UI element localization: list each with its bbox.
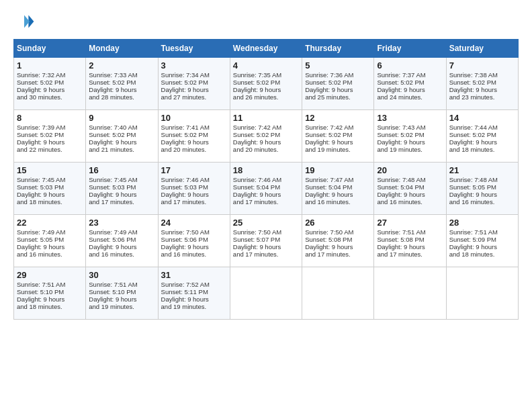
day-info-line: and 19 minutes. [89, 303, 154, 310]
day-info-line: Sunset: 5:05 PM [449, 183, 515, 191]
header-cell-thursday: Thursday [302, 40, 374, 58]
day-info-line: and 17 minutes. [377, 250, 443, 258]
day-info-line: Sunset: 5:04 PM [305, 183, 371, 191]
day-info-line: Daylight: 9 hours [305, 138, 371, 146]
day-number: 2 [89, 60, 154, 71]
day-cell: 31Sunrise: 7:52 AMSunset: 5:11 PMDayligh… [158, 267, 230, 320]
day-info-line: Sunset: 5:02 PM [305, 131, 371, 138]
day-info-line: Daylight: 9 hours [233, 191, 299, 198]
day-info-line: Daylight: 9 hours [377, 86, 443, 93]
day-info-line: Sunrise: 7:39 AM [17, 124, 83, 131]
day-info-line: Daylight: 9 hours [89, 138, 154, 146]
day-number: 14 [449, 113, 515, 123]
day-info-line: Daylight: 9 hours [17, 138, 83, 146]
day-cell: 15Sunrise: 7:45 AMSunset: 5:03 PMDayligh… [14, 163, 86, 215]
day-info-line: and 16 minutes. [377, 198, 443, 205]
day-cell: 11Sunrise: 7:42 AMSunset: 5:02 PMDayligh… [230, 110, 302, 163]
day-info-line: Sunset: 5:10 PM [89, 288, 154, 295]
day-info-line: Daylight: 9 hours [377, 243, 443, 250]
day-info-line: Daylight: 9 hours [161, 138, 227, 146]
day-number: 13 [377, 113, 443, 123]
day-info-line: Sunrise: 7:48 AM [377, 176, 443, 183]
day-info-line: and 17 minutes. [161, 198, 227, 205]
day-info-line: and 26 minutes. [233, 93, 299, 101]
day-info-line: Daylight: 9 hours [449, 138, 515, 146]
day-number: 20 [377, 165, 443, 175]
day-number: 30 [89, 270, 154, 280]
day-cell: 14Sunrise: 7:44 AMSunset: 5:02 PMDayligh… [446, 110, 518, 163]
day-info-line: Sunrise: 7:51 AM [377, 228, 443, 236]
week-row-5: 29Sunrise: 7:51 AMSunset: 5:10 PMDayligh… [14, 267, 519, 320]
day-info-line: Sunset: 5:02 PM [305, 79, 371, 86]
day-number: 17 [161, 165, 227, 175]
day-info-line: and 30 minutes. [17, 93, 83, 101]
day-number: 11 [233, 113, 299, 123]
day-info-line: Sunrise: 7:43 AM [377, 124, 443, 131]
day-info-line: Sunrise: 7:46 AM [161, 176, 227, 183]
day-info-line: and 17 minutes. [233, 250, 299, 258]
day-info-line: Daylight: 9 hours [161, 86, 227, 93]
day-info-line: Sunrise: 7:32 AM [17, 71, 83, 79]
day-info-line: Sunset: 5:06 PM [89, 236, 154, 243]
day-info-line: Daylight: 9 hours [17, 243, 83, 250]
day-number: 10 [161, 113, 227, 123]
day-cell: 25Sunrise: 7:50 AMSunset: 5:07 PMDayligh… [230, 215, 302, 267]
day-info-line: Sunset: 5:02 PM [161, 131, 227, 138]
day-cell: 13Sunrise: 7:43 AMSunset: 5:02 PMDayligh… [374, 110, 446, 163]
day-info-line: and 28 minutes. [89, 93, 154, 101]
day-info-line: Sunrise: 7:41 AM [161, 124, 227, 131]
header-cell-wednesday: Wednesday [230, 40, 302, 58]
day-cell: 5Sunrise: 7:36 AMSunset: 5:02 PMDaylight… [302, 58, 374, 110]
day-info-line: Sunrise: 7:47 AM [305, 176, 371, 183]
day-info-line: Sunset: 5:02 PM [449, 131, 515, 138]
day-info-line: Sunset: 5:04 PM [377, 183, 443, 191]
day-info-line: Sunset: 5:03 PM [17, 183, 83, 191]
day-info-line: and 25 minutes. [305, 93, 371, 101]
day-info-line: and 22 minutes. [17, 146, 83, 153]
day-info-line: Sunset: 5:02 PM [233, 79, 299, 86]
day-number: 28 [449, 218, 515, 228]
logo-icon [13, 11, 35, 32]
day-cell: 1Sunrise: 7:32 AMSunset: 5:02 PMDaylight… [14, 58, 86, 110]
day-number: 1 [17, 60, 83, 71]
day-info-line: Sunset: 5:08 PM [377, 236, 443, 243]
day-number: 15 [17, 165, 83, 175]
day-cell: 20Sunrise: 7:48 AMSunset: 5:04 PMDayligh… [374, 163, 446, 215]
day-info-line: and 19 minutes. [161, 303, 227, 310]
day-number: 12 [305, 113, 371, 123]
day-info-line: Sunrise: 7:51 AM [89, 281, 154, 288]
day-number: 25 [233, 218, 299, 228]
day-info-line: Daylight: 9 hours [233, 138, 299, 146]
day-info-line: Daylight: 9 hours [17, 86, 83, 93]
day-info-line: Daylight: 9 hours [161, 243, 227, 250]
day-info-line: Sunrise: 7:40 AM [89, 124, 154, 131]
day-info-line: and 18 minutes. [449, 250, 515, 258]
day-number: 27 [377, 218, 443, 228]
day-info-line: Sunrise: 7:42 AM [305, 124, 371, 131]
day-number: 22 [17, 218, 83, 228]
day-info-line: Daylight: 9 hours [449, 243, 515, 250]
day-number: 7 [449, 60, 515, 71]
day-info-line: Sunset: 5:11 PM [161, 288, 227, 295]
day-cell: 9Sunrise: 7:40 AMSunset: 5:02 PMDaylight… [86, 110, 158, 163]
day-info-line: Daylight: 9 hours [377, 138, 443, 146]
day-info-line: Sunrise: 7:34 AM [161, 71, 227, 79]
day-info-line: Sunrise: 7:49 AM [17, 228, 83, 236]
day-cell: 21Sunrise: 7:48 AMSunset: 5:05 PMDayligh… [446, 163, 518, 215]
day-info-line: Sunset: 5:03 PM [89, 183, 154, 191]
day-info-line: and 16 minutes. [161, 250, 227, 258]
header-cell-saturday: Saturday [446, 40, 518, 58]
day-info-line: Sunset: 5:02 PM [17, 131, 83, 138]
day-info-line: Sunset: 5:06 PM [161, 236, 227, 243]
day-cell [230, 267, 302, 320]
day-info-line: and 18 minutes. [17, 303, 83, 310]
day-info-line: Daylight: 9 hours [89, 243, 154, 250]
day-number: 4 [233, 60, 299, 71]
day-info-line: Sunrise: 7:33 AM [89, 71, 154, 79]
day-cell: 23Sunrise: 7:49 AMSunset: 5:06 PMDayligh… [86, 215, 158, 267]
logo [13, 11, 38, 32]
day-number: 3 [161, 60, 227, 71]
day-info-line: Sunrise: 7:46 AM [233, 176, 299, 183]
day-cell [446, 267, 518, 320]
day-info-line: Daylight: 9 hours [305, 191, 371, 198]
